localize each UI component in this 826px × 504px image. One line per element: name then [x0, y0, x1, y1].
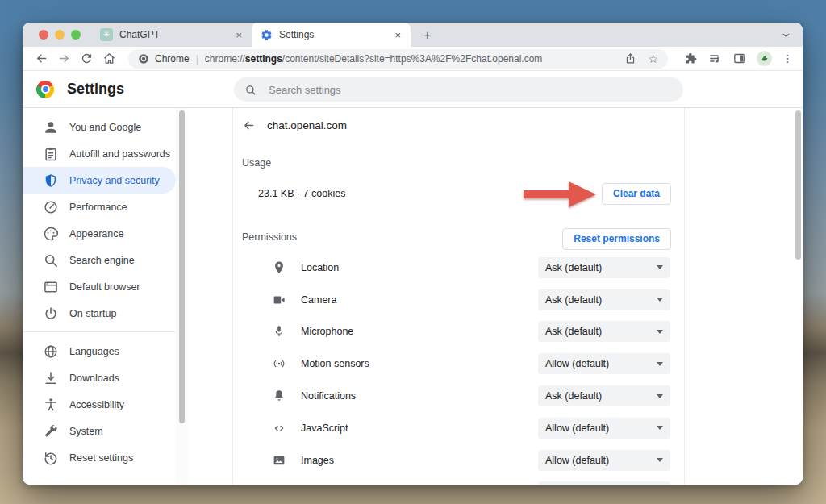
- dropdown-caret-icon: [657, 362, 663, 366]
- tab-search-chevron-icon[interactable]: [781, 30, 791, 40]
- close-tab-icon[interactable]: ×: [234, 30, 244, 40]
- permission-value: Allow (default): [545, 358, 609, 369]
- settings-gear-favicon-icon: [260, 28, 273, 41]
- languages-globe-icon: [43, 344, 59, 360]
- microphone-icon: [272, 324, 286, 339]
- permissions-list: Location Ask (default) Camera Ask (defau…: [233, 252, 684, 477]
- browser-toolbar: Chrome | chrome://settings/content/siteD…: [23, 47, 803, 71]
- permission-dropdown[interactable]: Ask (default): [538, 385, 670, 406]
- settings-search[interactable]: [234, 77, 683, 102]
- home-icon[interactable]: [102, 52, 116, 65]
- permission-row-microphone: Microphone Ask (default): [233, 316, 684, 348]
- sidebar-scrollbar-thumb[interactable]: [179, 110, 185, 423]
- desktop-background: ✳ ChatGPT × Settings × +: [0, 0, 826, 504]
- permission-dropdown[interactable]: Allow (default): [538, 418, 670, 439]
- page-scrollbar-thumb[interactable]: [795, 110, 801, 260]
- permission-row-javascript: JavaScript Allow (default): [233, 412, 684, 444]
- sidebar-item-label: Languages: [69, 346, 119, 357]
- site-details-card: chat.openai.com Usage 23.1 KB · 7 cookie…: [232, 108, 685, 485]
- reload-icon[interactable]: [80, 52, 94, 65]
- notifications-bell-icon: [272, 389, 286, 403]
- dropdown-caret-icon: [657, 330, 663, 334]
- permission-label: Motion sensors: [301, 358, 369, 369]
- sidebar-item-label: Search engine: [69, 255, 135, 266]
- sidebar-item-default-browser[interactable]: Default browser: [23, 273, 176, 300]
- permissions-section-label: Permissions: [242, 231, 297, 243]
- clear-data-button[interactable]: Clear data: [602, 183, 671, 205]
- close-window-button[interactable]: [39, 30, 48, 40]
- page-title: Settings: [67, 81, 124, 98]
- tab-chatgpt[interactable]: ✳ ChatGPT ×: [92, 23, 252, 47]
- back-arrow-icon[interactable]: [242, 119, 256, 132]
- settings-body: You and Google Autofill and passwords Pr…: [23, 108, 803, 485]
- permission-label: JavaScript: [301, 423, 348, 434]
- settings-content-area: chat.openai.com Usage 23.1 KB · 7 cookie…: [189, 108, 803, 485]
- annotation-arrow: [524, 180, 598, 209]
- search-input[interactable]: [267, 83, 673, 97]
- new-tab-icon[interactable]: +: [423, 28, 432, 42]
- settings-page-header: Settings: [23, 71, 803, 108]
- dropdown-caret-icon: [657, 426, 663, 430]
- sidebar-item-search-engine[interactable]: Search engine: [23, 247, 176, 273]
- sidebar-item-you-and-google[interactable]: You and Google: [23, 114, 176, 140]
- sidebar-item-system[interactable]: System: [23, 418, 176, 444]
- sidebar-item-label: Accessibility: [69, 399, 124, 410]
- permission-dropdown[interactable]: Allow (default): [538, 353, 670, 374]
- permission-value: Ask (default): [545, 390, 602, 402]
- site-header: chat.openai.com: [242, 119, 347, 132]
- permission-row-camera: Camera Ask (default): [233, 284, 684, 316]
- extensions-puzzle-icon[interactable]: [684, 52, 698, 65]
- sidebar-item-label: Reset settings: [69, 452, 133, 464]
- bookmark-star-icon[interactable]: ☆: [648, 53, 658, 65]
- reset-settings-history-icon: [43, 450, 59, 466]
- permission-dropdown[interactable]: Ask (default): [538, 321, 670, 342]
- usage-summary: 23.1 KB · 7 cookies: [258, 188, 345, 199]
- tab-settings[interactable]: Settings ×: [252, 23, 411, 47]
- browser-window: ✳ ChatGPT × Settings × +: [23, 23, 803, 485]
- back-icon[interactable]: [35, 52, 48, 65]
- side-panel-icon[interactable]: [732, 52, 746, 65]
- site-chip-label: Chrome: [155, 53, 190, 65]
- sidebar-scrollbar[interactable]: [176, 108, 189, 485]
- dropdown-caret-icon: [657, 394, 663, 398]
- sidebar-item-label: Performance: [69, 202, 127, 213]
- permission-dropdown[interactable]: Ask (default): [538, 257, 670, 278]
- sidebar-item-privacy-and-security[interactable]: Privacy and security: [23, 167, 176, 194]
- sidebar-divider: [23, 331, 176, 332]
- forward-icon[interactable]: [57, 52, 71, 65]
- playlist-extension-icon[interactable]: [708, 52, 722, 65]
- permission-dropdown[interactable]: Allow (default): [538, 450, 670, 471]
- minimize-window-button[interactable]: [55, 30, 65, 40]
- sidebar-item-performance[interactable]: Performance: [23, 194, 176, 220]
- performance-speedometer-icon: [43, 199, 59, 215]
- default-browser-icon: [43, 279, 59, 295]
- sidebar-item-reset-settings[interactable]: Reset settings: [23, 444, 176, 471]
- address-bar[interactable]: Chrome | chrome://settings/content/siteD…: [128, 49, 668, 69]
- zoom-window-button[interactable]: [71, 30, 81, 40]
- sidebar-item-label: System: [69, 426, 103, 437]
- permission-dropdown[interactable]: Ask (default): [538, 289, 670, 310]
- javascript-code-icon: [272, 421, 286, 435]
- permission-row-images: Images Allow (default): [233, 444, 684, 477]
- site-hostname: chat.openai.com: [267, 119, 347, 131]
- url-divider: |: [196, 53, 198, 65]
- permission-row-motion-sensors: Motion sensors Allow (default): [233, 348, 684, 380]
- permission-value: Ask (default): [545, 262, 602, 273]
- chatgpt-favicon-icon: ✳: [100, 28, 113, 41]
- next-permission-dropdown-partial: [538, 481, 670, 485]
- sidebar-item-autofill[interactable]: Autofill and passwords: [23, 140, 176, 167]
- reset-permissions-button[interactable]: Reset permissions: [562, 228, 671, 250]
- close-tab-icon[interactable]: ×: [393, 30, 403, 40]
- sidebar-item-accessibility[interactable]: Accessibility: [23, 391, 176, 418]
- location-pin-icon: [272, 260, 286, 275]
- sidebar-item-downloads[interactable]: Downloads: [23, 364, 176, 391]
- appearance-palette-icon: [43, 226, 59, 242]
- profile-avatar[interactable]: [757, 51, 772, 66]
- settings-sidebar: You and Google Autofill and passwords Pr…: [23, 108, 176, 485]
- share-icon[interactable]: [624, 52, 636, 65]
- sidebar-item-on-startup[interactable]: On startup: [23, 300, 176, 327]
- sidebar-item-languages[interactable]: Languages: [23, 338, 176, 364]
- sidebar-item-label: Downloads: [69, 373, 119, 384]
- sidebar-item-appearance[interactable]: Appearance: [23, 220, 176, 247]
- browser-menu-icon[interactable]: ⋮: [782, 53, 793, 64]
